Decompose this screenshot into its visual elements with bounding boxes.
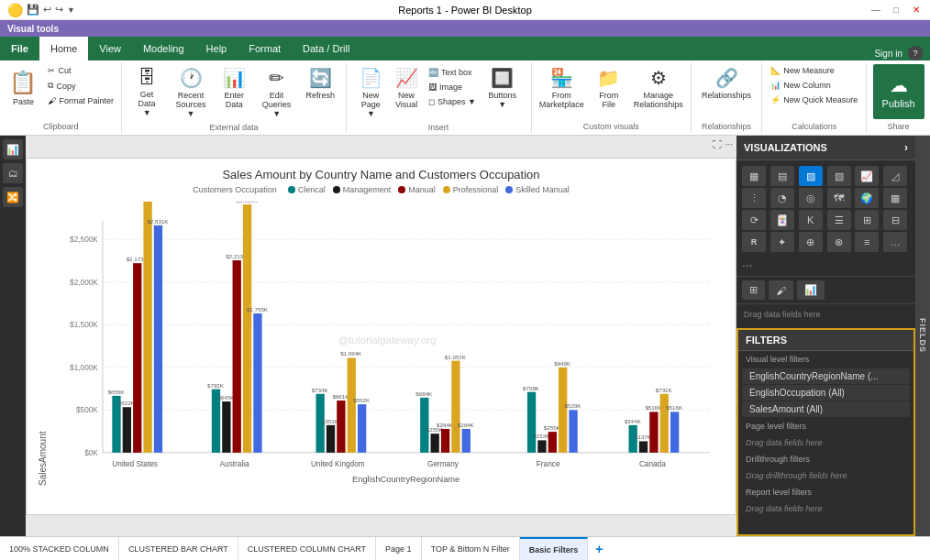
app-icon: 🟡: [7, 3, 23, 17]
viz-icon-more[interactable]: …: [883, 232, 907, 252]
tab-home[interactable]: Home: [39, 37, 88, 60]
viz-icon-custom3[interactable]: ⊗: [827, 232, 851, 252]
from-marketplace-button[interactable]: 🏪 FromMarketplace: [535, 64, 589, 112]
manage-relationships-button[interactable]: ⚙ ManageRelationships: [629, 64, 688, 112]
viz-icon-pie[interactable]: ◔: [770, 188, 794, 208]
viz-icon-custom2[interactable]: ⊕: [799, 232, 823, 252]
paste-label: Paste: [13, 97, 34, 106]
toolbar-data-button[interactable]: 🗂: [3, 163, 23, 183]
filter-sales[interactable]: SalesAmount (All): [742, 401, 910, 417]
right-panels: VISUALIZATIONS › ▦ ▤ ▨ ▧ 📈 ◿ ⋮ ◔ ◎ 🗺 🌍 ▦: [736, 136, 930, 536]
svg-text:$294K: $294K: [437, 421, 454, 427]
viz-icon-kpi[interactable]: K: [799, 210, 823, 230]
svg-text:$655K: $655K: [108, 388, 126, 394]
tab-data-drill[interactable]: Data / Drill: [292, 37, 360, 60]
tab-top-bottom[interactable]: TOP & Bittom N Filter: [422, 537, 520, 560]
add-page-button[interactable]: +: [588, 538, 610, 560]
svg-text:$792K: $792K: [207, 381, 225, 388]
image-button[interactable]: 🖼 Image: [425, 81, 480, 93]
tab-view[interactable]: View: [88, 37, 132, 60]
buttons-button[interactable]: 🔲 Buttons ▼: [482, 64, 524, 112]
expand-icon[interactable]: ⛶: [713, 139, 722, 149]
viz-icon-donut[interactable]: ◎: [799, 188, 823, 208]
new-quick-measure-button[interactable]: ⚡ New Quick Measure: [767, 93, 861, 106]
shapes-button[interactable]: ◻ Shapes ▼: [425, 95, 480, 108]
tab-basic-filters[interactable]: Basic Filters: [520, 537, 589, 560]
refresh-button[interactable]: 🔄 Refresh: [303, 64, 338, 103]
svg-rect-43: [348, 357, 356, 452]
maximize-button[interactable]: □: [890, 4, 902, 16]
toolbar-model-button[interactable]: 🔀: [3, 187, 23, 207]
new-measure-button[interactable]: 📐 New Measure: [767, 64, 861, 77]
viz-icon-matrix[interactable]: ⊟: [883, 210, 907, 230]
viz-icon-100pct-bar[interactable]: ▨: [799, 166, 823, 186]
paste-button[interactable]: 📋 Paste: [4, 64, 42, 112]
viz-icon-line[interactable]: 📈: [855, 166, 879, 186]
tab-page1[interactable]: Page 1: [376, 537, 422, 560]
text-box-button[interactable]: 🔤 Text box: [425, 66, 480, 79]
tab-format[interactable]: Format: [238, 37, 292, 60]
publish-button[interactable]: ☁ Publish: [873, 64, 924, 119]
viz-fields-tool[interactable]: ⊞: [742, 280, 765, 300]
tab-100pct-stacked[interactable]: 100% STACKED COLUMN: [0, 537, 119, 560]
legend-manual-dot: [398, 186, 405, 193]
viz-format-tool[interactable]: 🖌: [769, 280, 793, 300]
viz-icon-map[interactable]: 🗺: [827, 188, 851, 208]
tab-modeling[interactable]: Modeling: [132, 37, 195, 60]
viz-icon-treemap[interactable]: ▦: [883, 188, 907, 208]
minimize-button[interactable]: —: [869, 4, 882, 16]
signin-link[interactable]: Sign in: [874, 49, 902, 59]
tab-help[interactable]: Help: [195, 37, 238, 60]
viz-more-icons[interactable]: ···: [736, 258, 915, 276]
legend-occupation-label: Customers Occupation: [193, 185, 277, 194]
expand-panel-icon[interactable]: ›: [904, 141, 908, 154]
edit-queries-button[interactable]: ✏ EditQueries ▼: [254, 64, 299, 121]
copy-button[interactable]: ⧉ Copy: [44, 79, 117, 93]
viz-icon-area[interactable]: ◿: [883, 166, 907, 186]
viz-icon-scatter[interactable]: ⋮: [742, 188, 766, 208]
viz-icon-r[interactable]: R: [742, 232, 766, 252]
from-file-button[interactable]: 📁 FromFile: [592, 64, 626, 112]
share-group-label: Share: [888, 120, 910, 131]
enter-data-button[interactable]: 📊 EnterData: [217, 64, 250, 112]
relationships-button[interactable]: 🔗 Relationships: [697, 64, 756, 103]
cut-button[interactable]: ✂ Cut: [44, 64, 117, 77]
filter-country[interactable]: EnglishCountryRegionName (...: [742, 368, 910, 384]
tab-clustered-col[interactable]: CLUSTERED COLUMN CHART: [238, 537, 376, 560]
get-data-button[interactable]: 🗄 GetData ▼: [129, 64, 164, 120]
quick-access-undo[interactable]: ↩: [43, 4, 51, 16]
new-column-button[interactable]: 📊 New Column: [767, 79, 861, 92]
ellipsis-icon[interactable]: ···: [725, 139, 733, 149]
tab-file[interactable]: File: [0, 37, 39, 60]
viz-icon-table[interactable]: ⊞: [855, 210, 879, 230]
legend-skilled-dot: [505, 186, 513, 193]
chart-svg: $0K $500K $1,000K $1,500K $2,000K $2,500…: [48, 202, 726, 486]
drag-fields-placeholder: Drag data fields here: [736, 303, 915, 324]
quick-access-redo[interactable]: ↪: [55, 4, 63, 16]
viz-analytics-tool[interactable]: 📊: [797, 280, 825, 300]
tab-clustered-bar[interactable]: CLUSTERED BAR CHART: [119, 537, 238, 560]
close-button[interactable]: ✕: [910, 4, 923, 16]
viz-icon-filled-map[interactable]: 🌍: [855, 188, 879, 208]
svg-text:$3.656K: $3.656K: [237, 202, 259, 203]
viz-icon-gauge[interactable]: ⟳: [742, 210, 766, 230]
viz-icon-clustered-bar[interactable]: ▤: [770, 166, 794, 186]
toolbar-reports-button[interactable]: 📊: [3, 139, 23, 159]
fields-sidebar-tab[interactable]: FIELDS: [915, 136, 930, 536]
quick-access-menu[interactable]: ▼: [67, 5, 75, 15]
format-painter-button[interactable]: 🖌 Format Painter: [44, 94, 117, 107]
new-column-icon: 📊: [770, 81, 781, 90]
shapes-label: Shapes ▼: [437, 97, 476, 106]
filter-occupation[interactable]: EnglishOccupation (All): [742, 385, 910, 401]
viz-icon-stacked-bar[interactable]: ▦: [742, 166, 766, 186]
new-page-button[interactable]: 📄 NewPage ▼: [354, 64, 388, 121]
viz-icon-stacked-col[interactable]: ▧: [827, 166, 851, 186]
new-visual-button[interactable]: 📈 NewVisual: [390, 64, 423, 112]
viz-icon-slicer[interactable]: ☰: [827, 210, 851, 230]
viz-icon-custom1[interactable]: ✦: [770, 232, 794, 252]
viz-icon-card[interactable]: 🃏: [770, 210, 794, 230]
help-button[interactable]: ?: [908, 46, 923, 60]
quick-access-save[interactable]: 💾: [27, 4, 39, 16]
recent-sources-button[interactable]: 🕐 RecentSources ▼: [168, 64, 214, 121]
viz-icon-custom4[interactable]: ≡: [855, 232, 879, 252]
